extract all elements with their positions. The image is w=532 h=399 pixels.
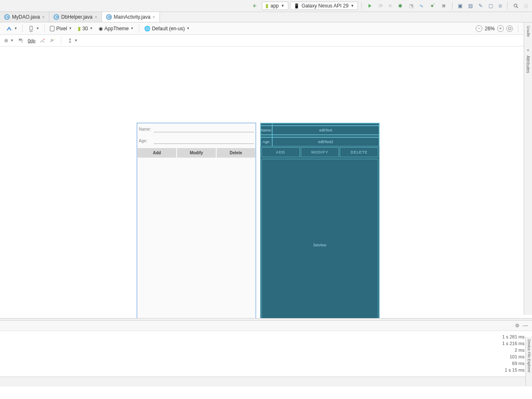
- device-combo-label: Galaxy Nexus API 29: [302, 3, 348, 9]
- bp-delete-button[interactable]: DELETE: [340, 147, 378, 157]
- sync-icon[interactable]: [250, 2, 260, 10]
- attach-debugger-icon[interactable]: [427, 2, 437, 10]
- tab-label: DbHelper.java: [61, 14, 92, 20]
- device-monitor-icon[interactable]: ⎚: [497, 2, 504, 10]
- run-config-label: app: [271, 3, 279, 9]
- chevron-down-icon: ▼: [14, 27, 17, 30]
- timing-row: 2 ms: [502, 347, 525, 353]
- svg-point-3: [514, 4, 517, 7]
- orientation-toggle[interactable]: ▼: [25, 24, 42, 33]
- globe-icon: 🌐: [144, 26, 150, 32]
- separator: [507, 2, 508, 10]
- minimize-icon[interactable]: —: [523, 323, 528, 328]
- button-row: Add Modify Delete: [137, 148, 256, 158]
- status-bar: [0, 377, 532, 387]
- chevron-down-icon: ▼: [69, 27, 72, 30]
- separator: [452, 2, 452, 10]
- timing-row: 1 s 15 ms: [502, 367, 525, 373]
- class-icon: C: [106, 14, 112, 20]
- separator: [22, 25, 23, 32]
- design-surface-toggle[interactable]: ▼: [3, 24, 20, 33]
- timing-row: 69 ms: [502, 360, 525, 367]
- locale-selector[interactable]: 🌐 Default (en-us) ▼: [142, 24, 192, 33]
- zoom-label: 26%: [485, 26, 495, 32]
- resource-manager-icon[interactable]: ✎: [476, 2, 485, 10]
- delete-button[interactable]: Delete: [217, 148, 255, 158]
- design-preview[interactable]: Name: Age: Add Modify Delete: [137, 123, 256, 318]
- phone-icon: 📱: [294, 3, 300, 9]
- locale-label: Default (en-us): [152, 26, 185, 32]
- device-selector[interactable]: Pixel ▼: [47, 24, 75, 33]
- guidelines-toggle[interactable]: ▼: [67, 38, 77, 44]
- bp-edittext1[interactable]: editText: [272, 126, 379, 135]
- zoom-in-button[interactable]: +: [497, 25, 504, 32]
- api-selector[interactable]: ▮ 30 ▼: [75, 24, 95, 33]
- bp-modify-button[interactable]: MODIFY: [301, 147, 339, 157]
- close-icon[interactable]: ×: [152, 15, 155, 19]
- theme-selector[interactable]: ◉ AppTheme ▼: [96, 24, 136, 33]
- search-icon[interactable]: [511, 2, 521, 10]
- gradle-tab[interactable]: Gradle: [526, 26, 530, 37]
- svg-rect-5: [50, 26, 54, 31]
- separator: [61, 37, 61, 44]
- theme-icon: ◉: [99, 26, 103, 32]
- layout-inspector-icon[interactable]: ▢: [486, 2, 495, 10]
- separator: [139, 25, 139, 32]
- right-tool-tabs: Gradle « Attributes: [524, 22, 532, 315]
- bp-age-label[interactable]: Age:: [261, 137, 272, 146]
- debug-button[interactable]: [395, 2, 405, 10]
- separator: [361, 2, 362, 10]
- coverage-icon[interactable]: ⬔: [407, 2, 416, 10]
- sdk-manager-icon[interactable]: ▤: [466, 2, 475, 10]
- view-options-toggle[interactable]: ▼: [3, 38, 14, 44]
- layout-canvas[interactable]: Name: Age: Add Modify Delete Name: editT…: [0, 46, 532, 318]
- run-config-combo[interactable]: ▮ app ▼: [262, 2, 288, 10]
- margin-label: 0dp: [28, 38, 35, 43]
- presentation-icon[interactable]: ⌸: [522, 2, 530, 10]
- add-button[interactable]: Add: [138, 148, 176, 158]
- attributes-collapse-icon[interactable]: «: [527, 48, 530, 52]
- age-row: Age:: [137, 135, 256, 145]
- zoom-out-button[interactable]: −: [476, 25, 482, 32]
- device-combo[interactable]: 📱 Galaxy Nexus API 29 ▼: [290, 2, 358, 10]
- build-timings: 1 s 281 ms 1 s 216 ms 2 ms 101 ms 69 ms …: [502, 333, 525, 374]
- profile-button[interactable]: ∿: [417, 2, 426, 10]
- close-icon[interactable]: ×: [42, 15, 44, 19]
- blueprint-preview[interactable]: Name: editText Age: editText2 ADD MODIFY…: [260, 123, 380, 318]
- run-button[interactable]: [365, 2, 375, 10]
- bp-name-label[interactable]: Name:: [261, 126, 272, 135]
- svg-point-7: [6, 40, 7, 41]
- clear-constraints-icon[interactable]: [39, 38, 45, 44]
- main-toolbar: ▮ app ▼ 📱 Galaxy Nexus API 29 ▼ ⟳ ≡ ⬔ ∿ …: [0, 0, 532, 12]
- chevron-down-icon: ▼: [89, 27, 93, 30]
- name-input[interactable]: [154, 126, 254, 132]
- apply-code-icon[interactable]: ≡: [387, 2, 394, 10]
- chevron-down-icon: ▼: [186, 27, 190, 30]
- apply-changes-icon[interactable]: ⟳: [377, 2, 385, 10]
- zoom-controls: − 26% + ⊡: [476, 25, 513, 32]
- device-file-explorer-tab[interactable]: Device File Explorer: [527, 339, 531, 373]
- tab-mydao[interactable]: C MyDAO.java ×: [0, 12, 49, 22]
- bp-edittext2[interactable]: editText2: [272, 137, 379, 146]
- avd-manager-icon[interactable]: ▣: [456, 2, 464, 10]
- infer-constraints-icon[interactable]: [49, 38, 55, 44]
- autoconnect-toggle[interactable]: [18, 38, 24, 44]
- attributes-tab[interactable]: Attributes: [526, 56, 530, 73]
- tab-dbhelper[interactable]: C DbHelper.java ×: [49, 12, 102, 22]
- timing-row: 1 s 281 ms: [502, 333, 525, 340]
- theme-label: AppTheme: [104, 26, 129, 32]
- tab-mainactivity[interactable]: C MainActivity.java ×: [102, 12, 160, 22]
- modify-button[interactable]: Modify: [177, 148, 215, 158]
- bp-add-button[interactable]: ADD: [261, 147, 300, 157]
- tab-label: MyDAO.java: [12, 14, 40, 20]
- bp-listview[interactable]: listView: [261, 159, 378, 318]
- chevron-down-icon: ▼: [351, 4, 354, 8]
- android-icon: ▮: [266, 3, 268, 9]
- stop-button[interactable]: [439, 2, 449, 10]
- gear-icon[interactable]: ⚙: [515, 323, 520, 328]
- close-icon[interactable]: ×: [94, 15, 97, 19]
- age-input[interactable]: [154, 137, 254, 144]
- zoom-fit-button[interactable]: ⊡: [506, 25, 513, 32]
- default-margins[interactable]: 0dp: [28, 38, 35, 43]
- chevron-down-icon: ▼: [281, 4, 285, 8]
